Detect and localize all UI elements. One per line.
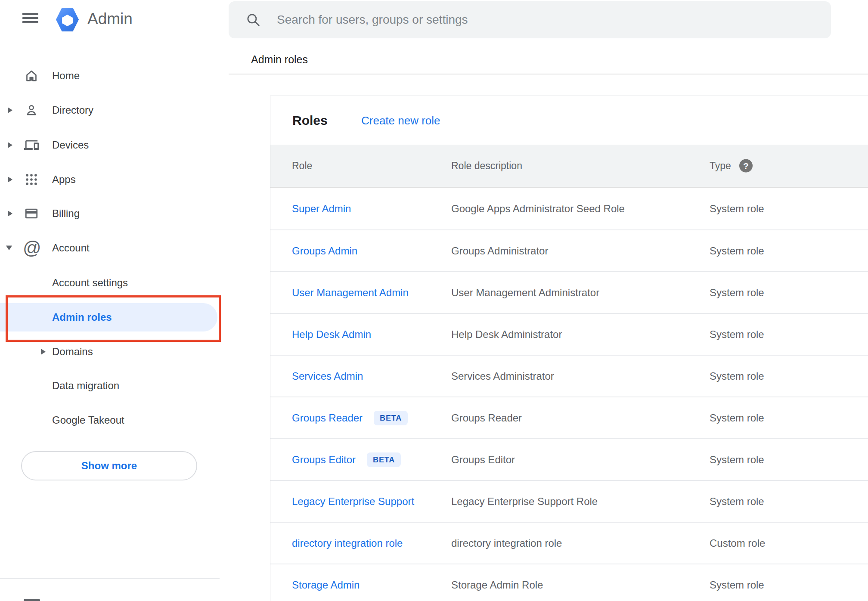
sidebar-item-label: Data migration	[52, 380, 119, 392]
role-description: Storage Admin Role	[451, 579, 543, 591]
app-title: Admin	[87, 10, 133, 28]
role-type: System role	[710, 370, 764, 382]
person-icon	[24, 103, 39, 118]
sidebar-item-label: Home	[52, 70, 80, 82]
create-new-role-link[interactable]: Create new role	[361, 114, 440, 127]
home-icon	[24, 68, 39, 83]
role-description: User Management Administrator	[451, 287, 599, 299]
column-header-description: Role description	[451, 160, 522, 172]
role-type: System role	[710, 579, 764, 591]
table-row: Groups ReaderBETA Groups Reader System r…	[270, 397, 868, 438]
table-row: Super Admin Google Apps Administrator Se…	[270, 188, 868, 229]
role-link[interactable]: Groups Reader	[292, 412, 363, 424]
sidebar-divider	[0, 578, 220, 579]
table-row: Services Admin Services Administrator Sy…	[270, 355, 868, 397]
sidebar-item-label: Admin roles	[52, 311, 112, 323]
beta-badge: BETA	[367, 452, 401, 467]
role-type: System role	[710, 328, 764, 341]
role-type: Custom role	[710, 537, 765, 549]
role-link[interactable]: Groups Admin	[292, 245, 357, 257]
sidebar-item-label: Domains	[52, 346, 93, 358]
expand-caret-icon	[8, 107, 12, 113]
role-description: Services Administrator	[451, 370, 554, 382]
column-header-type: Type	[710, 160, 731, 172]
hamburger-menu-icon[interactable]	[22, 13, 38, 23]
header-divider	[229, 74, 868, 74]
credit-card-icon	[24, 206, 39, 221]
role-link[interactable]: Help Desk Admin	[292, 328, 371, 341]
role-type: System role	[710, 245, 764, 257]
search-bar[interactable]	[229, 1, 831, 38]
sidebar-item-admin-roles[interactable]: Admin roles	[0, 305, 224, 329]
sidebar-item-label: Directory	[52, 104, 93, 116]
role-link-with-beta[interactable]: Groups EditorBETA	[292, 452, 401, 467]
sidebar-item-label: Devices	[52, 139, 89, 151]
role-link[interactable]: Super Admin	[292, 203, 351, 215]
role-description: Groups Administrator	[451, 245, 548, 257]
role-type: System role	[710, 203, 764, 215]
sidebar-item-home[interactable]: Home	[0, 64, 224, 88]
role-type: System role	[710, 454, 764, 466]
sidebar-item-label: Account	[52, 242, 90, 254]
devices-icon	[24, 138, 39, 152]
table-header-row: Role Role description Type ?	[270, 145, 868, 188]
at-sign-icon: @	[23, 238, 41, 258]
table-row: Help Desk Admin Help Desk Administrator …	[270, 313, 868, 355]
table-row: Groups EditorBETA Groups Editor System r…	[270, 438, 868, 480]
role-description: Google Apps Administrator Seed Role	[451, 203, 625, 215]
sidebar-item-label: Account settings	[52, 277, 128, 289]
role-link[interactable]: Legacy Enterprise Support	[292, 496, 414, 508]
expand-caret-icon	[41, 349, 46, 355]
roles-panel: Roles Create new role Role Role descript…	[270, 96, 868, 601]
sidebar-item-directory[interactable]: Directory	[0, 98, 224, 122]
role-description: Help Desk Administrator	[451, 328, 562, 341]
sidebar-item-data-migration[interactable]: Data migration	[0, 374, 224, 398]
sidebar-item-label: Billing	[52, 208, 80, 220]
admin-hexagon-icon	[56, 8, 79, 31]
expand-caret-icon	[8, 142, 12, 148]
table-row: Storage Admin Storage Admin Role System …	[270, 564, 868, 601]
sidebar-item-label: Google Takeout	[52, 414, 124, 426]
sidebar-item-devices[interactable]: Devices	[0, 133, 224, 157]
sidebar-item-account[interactable]: @ Account	[0, 236, 224, 260]
roles-panel-header: Roles Create new role	[270, 96, 868, 145]
role-link[interactable]: Services Admin	[292, 370, 363, 382]
role-link-with-beta[interactable]: Groups ReaderBETA	[292, 411, 408, 425]
sidebar-item-domains[interactable]: Domains	[0, 340, 224, 364]
admin-logo[interactable]: Admin	[56, 7, 185, 32]
panel-title: Roles	[292, 113, 328, 128]
breadcrumb: Admin roles	[251, 53, 308, 66]
clipped-nav-icon	[24, 599, 40, 601]
show-more-button[interactable]: Show more	[21, 451, 197, 480]
table-row: User Management Admin User Management Ad…	[270, 271, 868, 313]
role-link[interactable]: directory integration role	[292, 537, 403, 549]
expand-caret-icon	[8, 177, 12, 183]
sidebar-item-google-takeout[interactable]: Google Takeout	[0, 408, 224, 432]
search-input[interactable]	[277, 1, 794, 38]
beta-badge: BETA	[374, 411, 408, 425]
sidebar-item-billing[interactable]: Billing	[0, 201, 224, 226]
role-description: directory integration role	[451, 537, 562, 549]
search-icon	[245, 12, 261, 28]
table-row: Groups Admin Groups Administrator System…	[270, 229, 868, 271]
role-description: Groups Reader	[451, 412, 522, 424]
collapse-caret-icon	[6, 246, 12, 251]
sidebar: Admin Home Directory Devices	[0, 0, 229, 601]
expand-caret-icon	[8, 211, 12, 217]
role-type: System role	[710, 496, 764, 508]
sidebar-item-label: Apps	[52, 173, 76, 186]
role-link[interactable]: Groups Editor	[292, 454, 356, 465]
table-row: Legacy Enterprise Support Legacy Enterpr…	[270, 480, 868, 522]
column-header-role: Role	[292, 160, 312, 172]
role-link[interactable]: Storage Admin	[292, 579, 360, 591]
role-link[interactable]: User Management Admin	[292, 287, 409, 299]
role-description: Legacy Enterprise Support Role	[451, 496, 598, 508]
sidebar-item-apps[interactable]: Apps	[0, 167, 224, 192]
role-type: System role	[710, 412, 764, 424]
apps-grid-icon	[24, 172, 39, 187]
help-icon[interactable]: ?	[739, 159, 753, 173]
role-description: Groups Editor	[451, 454, 515, 466]
role-type: System role	[710, 287, 764, 299]
table-row: directory integration role directory int…	[270, 522, 868, 564]
sidebar-item-account-settings[interactable]: Account settings	[0, 271, 224, 295]
